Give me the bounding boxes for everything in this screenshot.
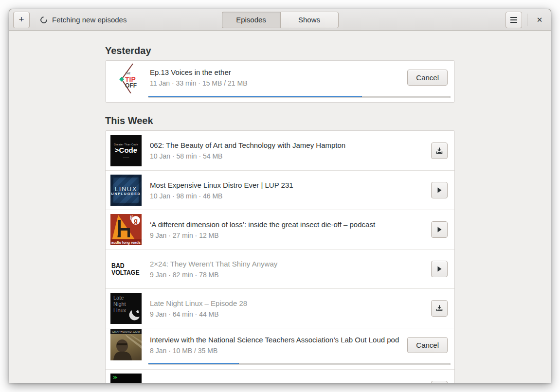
episode-meta: 11 Jan · 33 min · 15 MB / 21 MB [150,79,399,87]
download-progressbar [148,363,451,365]
play-episode-button[interactable] [431,261,448,277]
spinner-icon [39,15,49,25]
episode-artwork: g((audio long reads [110,214,142,245]
episode-meta: 10 Jan · 58 min · 54 MB [150,152,423,160]
play-icon [435,186,443,194]
close-icon: ✕ [537,16,543,24]
episode-row: Greater Than Code>Code▪▪▪▪▪▪▪▪▪▪ 062: Th… [106,131,454,170]
episode-action: Cancel [407,70,448,86]
episode-title: Interview with the National Science Teac… [150,336,399,344]
episode-meta: 8 Jan · 10 MB / 35 MB [150,347,399,355]
episode-action [431,261,448,277]
episode-title: Ep.13 Voices in the ether [150,68,399,76]
tab-episodes[interactable]: Episodes [222,12,280,28]
download-episode-button[interactable] [431,300,448,317]
episode-section: Yesterday THETIPOFF Ep.13 Voices in the … [105,45,455,103]
episode-meta: 9 Jan · 82 min · 78 MB [150,271,423,279]
download-episode-button[interactable] [431,143,448,159]
download-progress-fill [148,96,362,97]
episode-meta: 10 Jan · 98 min · 46 MB [150,192,423,200]
cancel-download-button[interactable]: Cancel [407,70,448,86]
menu-button[interactable] [506,12,522,28]
svg-text:g: g [134,217,138,224]
episode-artwork: THETIPOFF [110,62,142,93]
close-button[interactable]: ✕ [532,13,547,27]
episode-row: BADVOLTAGE 2×24: They Weren’t That Shiny… [106,249,454,288]
episode-title: 062: The Beauty of Art and Technology wi… [150,141,423,149]
svg-text:OFF: OFF [125,82,137,89]
hamburger-icon [510,19,517,20]
header-separator [527,14,527,26]
episode-action [431,221,448,238]
episode-row: THETIPOFF Ep.13 Voices in the ether 11 J… [106,61,454,102]
view-switcher: EpisodesShows [222,12,339,28]
download-icon [435,147,443,155]
download-progress-fill [148,363,239,364]
episode-artwork: Greater Than Code>Code▪▪▪▪▪▪▪▪▪▪ [110,135,142,166]
download-episode-button[interactable] [431,381,448,383]
episode-row: LINUXUNPLUGGED Most Expensive Linux Dist… [106,170,454,210]
episode-action [431,182,448,198]
episode-artwork: BADVOLTAGE [110,253,142,285]
svg-text:THE: THE [126,72,131,75]
app-window: + Fetching new episodes EpisodesShows ✕ … [9,9,551,383]
play-episode-button[interactable] [431,221,448,238]
episode-title: ‘A different dimension of loss’: inside … [150,220,423,229]
episode-row: LateNightLinux Late Night Linux – Episod… [106,288,454,328]
episode-artwork: ≫IRL [110,374,142,383]
episode-action [431,143,448,159]
episode-artwork: CRAPHOUND.COM [110,329,142,360]
section-title: Yesterday [105,45,455,56]
episode-card: THETIPOFF Ep.13 Voices in the ether 11 J… [105,60,455,103]
download-icon [435,304,443,312]
episode-title: Late Night Linux – Episode 28 [150,299,423,307]
episodes-view: Yesterday THETIPOFF Ep.13 Voices in the … [9,31,551,383]
episode-action: Cancel [407,337,448,353]
play-episode-button[interactable] [431,182,448,198]
episode-row: ≫IRL Bot or Not [106,369,454,383]
episode-row: g((audio long reads ‘A different dimensi… [106,210,454,249]
episode-title: Most Expensive Linux Distro Ever | LUP 2… [150,181,423,189]
episode-artwork: LateNightLinux [110,293,142,324]
add-podcast-button[interactable]: + [13,12,30,28]
download-progressbar [148,96,451,98]
episode-artwork: LINUXUNPLUGGED [110,175,142,206]
svg-text:audio long reads: audio long reads [111,240,141,245]
plus-icon: + [18,15,24,24]
episode-card: Greater Than Code>Code▪▪▪▪▪▪▪▪▪▪ 062: Th… [105,130,455,383]
episode-meta: 9 Jan · 27 min · 12 MB [150,232,423,239]
play-icon [435,226,443,233]
svg-text:((: (( [130,215,133,220]
play-icon [435,265,443,273]
episode-section: This Week Greater Than Code>Code▪▪▪▪▪▪▪▪… [105,115,455,383]
tab-shows[interactable]: Shows [280,12,339,28]
episode-action [431,381,448,383]
cancel-download-button[interactable]: Cancel [407,337,448,353]
section-title: This Week [105,115,455,126]
episode-meta: 9 Jan · 64 min · 44 MB [150,310,423,318]
episode-action [431,300,448,317]
episode-title: 2×24: They Weren’t That Shiny Anyway [150,260,423,268]
header-bar: + Fetching new episodes EpisodesShows ✕ [9,9,551,31]
status-text: Fetching new episodes [52,16,126,24]
episode-row: CRAPHOUND.COM Interview with the Nationa… [106,328,454,369]
